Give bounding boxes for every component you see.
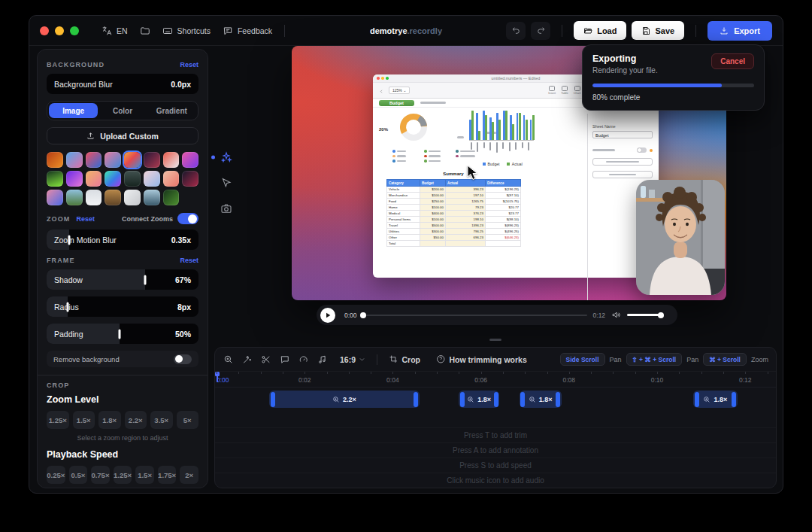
slider-handle[interactable] [118, 329, 120, 339]
magic-trim-button[interactable] [241, 354, 253, 366]
thumbnail-purple-pink[interactable] [66, 171, 83, 187]
minimize-window-button[interactable] [55, 26, 64, 35]
region-handle-right[interactable] [556, 392, 560, 407]
thumbnail-bamboo-green[interactable] [163, 190, 180, 205]
speed-button[interactable] [298, 354, 310, 366]
webcam-overlay[interactable] [636, 180, 725, 295]
zoom-region-chip[interactable]: 1.8× [693, 391, 738, 408]
thumbnail-rainbow-silk[interactable] [105, 171, 121, 187]
aspect-ratio-select[interactable]: 16:9 [335, 354, 370, 365]
fullscreen-window-button[interactable] [70, 26, 79, 35]
speed-option-1.75x[interactable]: 1.75× [158, 466, 177, 484]
thumbnail-aurora-green[interactable] [47, 171, 63, 187]
projects-button[interactable] [134, 23, 156, 39]
cut-button[interactable] [260, 354, 272, 366]
inspector-toggle[interactable] [637, 147, 647, 153]
speed-option-0.5x[interactable]: 0.5× [69, 466, 88, 484]
export-button[interactable]: Export [707, 21, 772, 41]
thumbnail-bigsur-red-blue[interactable] [86, 152, 102, 168]
background-reset-link[interactable]: Reset [180, 61, 198, 68]
region-handle-right[interactable] [494, 392, 498, 407]
zoom-region-chip[interactable]: 1.8× [520, 391, 562, 408]
thumbnail-pastel-swirl[interactable] [144, 171, 160, 187]
thumbnail-peach-pink[interactable] [86, 171, 102, 187]
thumbnail-bigsur-dark[interactable] [144, 152, 160, 168]
thumbnail-bigsur-colorful[interactable] [124, 152, 141, 168]
zoom-motion-blur-slider[interactable]: Zoom Motion Blur 0.35x [47, 230, 198, 250]
undo-button[interactable] [506, 22, 526, 40]
play-button[interactable] [320, 308, 335, 323]
seek-handle[interactable] [360, 312, 366, 318]
redo-button[interactable] [531, 22, 550, 40]
crop-button[interactable]: Crop [384, 354, 425, 365]
how-trimming-works-button[interactable]: How trimming works [432, 354, 532, 365]
thumbnail-wave-red-white[interactable] [163, 152, 180, 168]
thumbnail-valley[interactable] [66, 190, 83, 205]
speed-option-1.5x[interactable]: 1.5× [135, 466, 154, 484]
zoom-region-chip[interactable]: 2.2× [269, 391, 419, 408]
speed-option-0.25x[interactable]: 0.25× [47, 466, 65, 484]
background-tab-color[interactable]: Color [98, 103, 147, 118]
thumbnail-poppy-orange[interactable] [47, 152, 63, 168]
feedback-button[interactable]: Feedback [217, 23, 278, 39]
zoom-level-option-5x[interactable]: 5× [177, 411, 199, 429]
music-button[interactable] [317, 354, 329, 366]
speed-option-1.25x[interactable]: 1.25× [114, 466, 132, 484]
zoom-region-chip[interactable]: 1.8× [459, 391, 499, 408]
thumbnail-lake-mountains[interactable] [144, 190, 160, 205]
region-handle-left[interactable] [271, 392, 275, 407]
timeline-ruler[interactable]: 0:000:020:040:060:080:100:12 [215, 372, 776, 388]
frame-padding-slider[interactable]: Padding50% [47, 324, 198, 344]
zoom-level-option-1.25x[interactable]: 1.25× [47, 411, 69, 429]
zoom-level-option-2.2x[interactable]: 2.2× [125, 411, 147, 429]
frame-reset-link[interactable]: Reset [180, 257, 198, 264]
volume-handle[interactable] [658, 312, 664, 318]
remove-background-toggle[interactable] [174, 354, 192, 364]
zoom-reset-link[interactable]: Reset [76, 215, 95, 223]
speed-option-2x[interactable]: 2× [180, 466, 198, 484]
zoom-level-option-1.8x[interactable]: 1.8× [98, 411, 121, 429]
sheet-name-input[interactable]: Budget [592, 131, 653, 138]
background-tab-gradient[interactable]: Gradient [147, 103, 196, 118]
panel-resize-handle[interactable] [489, 339, 501, 341]
upload-custom-button[interactable]: Upload Custom [47, 127, 198, 144]
thumbnail-wave-pink-blue[interactable] [105, 152, 121, 168]
seek-bar[interactable] [362, 315, 587, 316]
load-button[interactable]: Load [574, 21, 626, 40]
volume-icon[interactable] [611, 310, 621, 320]
region-handle-left[interactable] [460, 392, 465, 407]
close-window-button[interactable] [40, 26, 49, 35]
inspector-button[interactable] [592, 158, 653, 166]
thumbnail-pink-purple[interactable] [182, 152, 198, 168]
region-handle-left[interactable] [695, 392, 699, 407]
thumbnail-dark-mountains[interactable] [124, 171, 141, 187]
camera-tool-button[interactable] [216, 199, 237, 217]
save-button[interactable]: Save [632, 21, 684, 40]
region-handle-right[interactable] [732, 392, 736, 407]
shortcuts-button[interactable]: Shortcuts [156, 23, 217, 39]
slider-handle[interactable] [144, 275, 147, 284]
thumbnail-white-marble[interactable] [124, 190, 141, 205]
annotation-button[interactable] [279, 354, 291, 366]
inspector-button[interactable] [592, 171, 653, 178]
background-blur-slider[interactable]: Background Blur 0.0px [47, 74, 198, 94]
effects-tool-button[interactable] [216, 148, 237, 166]
thumbnail-aurora-blue-pink[interactable] [66, 152, 83, 168]
volume-slider[interactable] [627, 314, 662, 316]
region-handle-right[interactable] [414, 392, 418, 407]
cancel-export-button[interactable]: Cancel [711, 53, 754, 69]
thumbnail-autumn-forest[interactable] [105, 190, 121, 205]
region-handle-left[interactable] [520, 392, 525, 407]
frame-radius-slider[interactable]: Radius8px [47, 296, 198, 317]
thumbnail-silk-pink-blue[interactable] [47, 190, 63, 205]
timeline-zoom-button[interactable] [223, 354, 235, 366]
thumbnail-pink-sand[interactable] [163, 171, 180, 187]
language-button[interactable]: EN [95, 23, 134, 39]
speed-option-0.75x[interactable]: 0.75× [91, 466, 110, 484]
cursor-tool-button[interactable] [216, 174, 237, 192]
zoom-level-option-3.5x[interactable]: 3.5× [150, 411, 173, 429]
thumbnail-airplane-white[interactable] [86, 190, 102, 205]
frame-shadow-slider[interactable]: Shadow67% [47, 269, 198, 290]
background-tab-image[interactable]: Image [49, 103, 98, 118]
thumbnail-dark-red-curve[interactable] [182, 171, 198, 187]
